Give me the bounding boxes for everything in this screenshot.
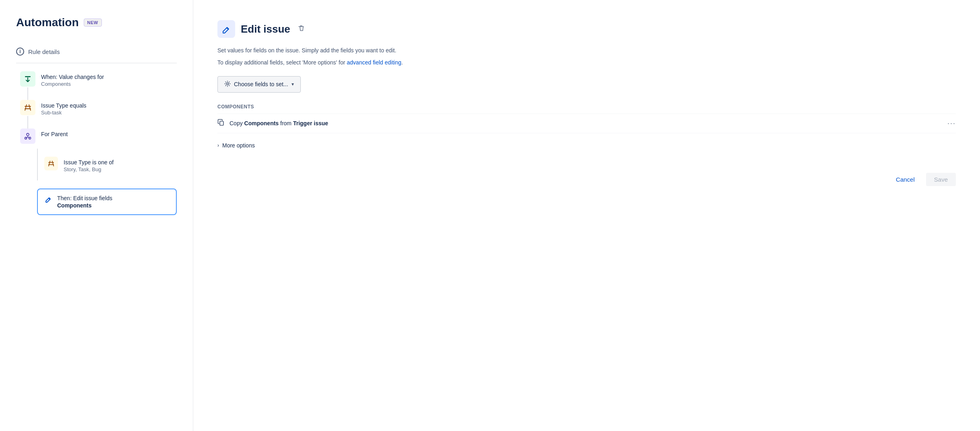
chevron-right-icon: › <box>217 143 219 148</box>
timeline: When: Value changes for Components Issue… <box>16 71 177 144</box>
condition1-icon <box>20 100 35 115</box>
choose-fields-button[interactable]: Choose fields to set... ▾ <box>217 76 301 93</box>
chevron-down-icon: ▾ <box>292 81 294 87</box>
cancel-button[interactable]: Cancel <box>889 173 921 186</box>
more-options-row[interactable]: › More options <box>217 142 956 149</box>
nested-condition-sublabel: Story, Task, Bug <box>64 166 114 172</box>
description-line1: Set values for fields on the issue. Simp… <box>217 46 956 55</box>
new-badge: NEW <box>84 19 102 27</box>
save-button[interactable]: Save <box>926 173 956 186</box>
footer-buttons: Cancel Save <box>217 173 956 186</box>
description-suffix: . <box>401 59 403 66</box>
active-card-content: Then: Edit issue fields Components <box>57 195 112 209</box>
page-title-row: Automation NEW <box>16 16 177 29</box>
copy-middle: from <box>279 120 293 126</box>
nested-area: Issue Type is one of Story, Task, Bug <box>37 149 177 180</box>
nested-condition-icon <box>44 157 58 170</box>
trash-icon[interactable] <box>298 25 305 34</box>
condition1-label: Issue Type equals <box>41 102 87 109</box>
active-card[interactable]: Then: Edit issue fields Components <box>37 189 177 215</box>
when-icon <box>20 71 35 87</box>
choose-fields-label: Choose fields to set... <box>234 81 288 87</box>
page-title: Automation <box>16 16 79 29</box>
components-copy-text: Copy Components from Trigger issue <box>229 120 943 126</box>
copy-icon <box>217 119 225 128</box>
right-panel: Edit issue Set values for fields on the … <box>193 0 980 431</box>
left-panel: Automation NEW i Rule details When: Valu… <box>0 0 193 431</box>
advanced-field-editing-link[interactable]: advanced field editing <box>347 59 401 66</box>
row-more-options-icon[interactable]: ··· <box>947 119 956 128</box>
timeline-item-condition1[interactable]: Issue Type equals Sub-task <box>20 100 177 116</box>
copy-bold1: Components <box>244 120 279 126</box>
for-parent-content: For Parent <box>41 128 68 137</box>
when-label: When: Value changes for <box>41 74 104 80</box>
edit-issue-header: Edit issue <box>217 20 956 38</box>
nested-condition-content: Issue Type is one of Story, Task, Bug <box>64 157 114 172</box>
description-prefix: To display additional fields, select 'Mo… <box>217 59 347 66</box>
when-content: When: Value changes for Components <box>41 71 104 87</box>
edit-issue-title: Edit issue <box>241 23 290 35</box>
active-card-label: Then: Edit issue fields <box>57 195 112 201</box>
rule-details-row[interactable]: i Rule details <box>16 44 177 60</box>
info-icon: i <box>16 48 24 56</box>
more-options-label: More options <box>222 142 255 149</box>
timeline-item-for-parent[interactable]: For Parent <box>20 128 177 144</box>
nested-condition-label: Issue Type is one of <box>64 159 114 166</box>
components-section-label: Components <box>217 104 956 110</box>
svg-rect-0 <box>25 76 31 77</box>
description-line2: To display additional fields, select 'Mo… <box>217 58 956 67</box>
condition1-sublabel: Sub-task <box>41 110 87 116</box>
condition1-content: Issue Type equals Sub-task <box>41 100 87 116</box>
copy-prefix: Copy <box>229 120 244 126</box>
gear-icon <box>224 81 231 88</box>
components-row: Copy Components from Trigger issue ··· <box>217 114 956 133</box>
rule-details-label: Rule details <box>28 48 60 55</box>
divider <box>16 63 177 63</box>
edit-issue-icon-box <box>217 20 235 38</box>
svg-point-4 <box>227 83 229 85</box>
svg-point-1 <box>27 133 29 136</box>
for-parent-label: For Parent <box>41 131 68 137</box>
copy-bold2: Trigger issue <box>293 120 328 126</box>
timeline-item-when[interactable]: When: Value changes for Components <box>20 71 177 87</box>
when-sublabel: Components <box>41 81 104 87</box>
active-card-sublabel: Components <box>57 202 112 209</box>
for-parent-icon <box>20 128 35 144</box>
active-card-icon <box>44 195 52 203</box>
svg-rect-5 <box>220 121 223 125</box>
nested-condition[interactable]: Issue Type is one of Story, Task, Bug <box>37 149 177 180</box>
